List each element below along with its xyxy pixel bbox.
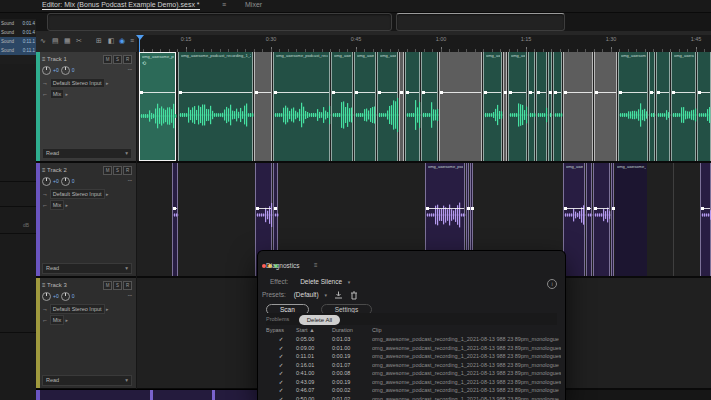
volume-envelope[interactable] (672, 92, 695, 93)
record-arm-button[interactable]: R (123, 281, 132, 290)
pan-knob[interactable] (61, 66, 70, 75)
audio-clip[interactable]: omg_awesome_podcast_recording_1_2021-08-… (377, 52, 398, 161)
diagnostic-result-row[interactable]: ✓0:46.070:00.02omg_awesome_podcast_recor… (266, 386, 561, 395)
audio-clip[interactable] (593, 163, 610, 276)
volume-envelope[interactable] (650, 92, 654, 93)
audio-clip[interactable] (553, 52, 562, 161)
audio-clip[interactable] (503, 52, 507, 161)
record-enable-icon[interactable]: ◉ (119, 36, 125, 46)
mute-button[interactable]: M (103, 166, 112, 175)
bypass-checkmark-icon[interactable]: ✓ (266, 395, 296, 400)
pan-knob[interactable] (61, 177, 70, 186)
volume-envelope[interactable] (564, 208, 584, 209)
presets-dropdown[interactable]: (Default) (294, 291, 319, 298)
audio-clip[interactable]: omg_awesome_podcast_recording_1_2021-08-… (273, 52, 330, 161)
volume-knob[interactable] (42, 177, 51, 186)
volume-envelope[interactable] (504, 92, 506, 93)
dialog-panel-menu-icon[interactable]: ≡ (314, 262, 318, 268)
column-clip[interactable]: Clip (372, 327, 381, 335)
diagnostic-result-row[interactable]: ✓0:43.090:00.19omg_awesome_podcast_recor… (266, 378, 561, 387)
info-icon[interactable]: i (547, 279, 557, 289)
track-lane-1[interactable]: omg_awesome_podcast_recording_1_2021-08-… (137, 52, 711, 163)
audio-clip[interactable]: omg_awesome_podcast_recording_1_2021-08-… (483, 52, 502, 161)
audio-clip[interactable] (697, 52, 711, 161)
more-options-icon[interactable]: ••• (128, 176, 132, 186)
volume-envelope[interactable] (619, 92, 647, 93)
automation-mode-selector[interactable]: Read▾ (42, 148, 132, 159)
volume-envelope[interactable] (594, 208, 609, 209)
volume-envelope[interactable] (564, 92, 592, 93)
playhead[interactable] (139, 35, 140, 52)
slip-tool-icon[interactable]: ◧ (108, 36, 115, 46)
track-header-1[interactable]: ≡ Track 1MSR+00•••→ Default Stereo Input… (36, 52, 136, 163)
volume-envelope[interactable] (549, 92, 551, 93)
volume-envelope[interactable] (698, 92, 710, 93)
multitrack-view-icon[interactable]: ▤ (52, 36, 59, 46)
audio-clip[interactable] (172, 163, 178, 276)
audio-clip[interactable] (649, 52, 655, 161)
volume-envelope[interactable] (400, 92, 403, 93)
record-arm-button[interactable]: R (123, 55, 132, 64)
volume-envelope[interactable] (179, 92, 252, 93)
track-header-3[interactable]: ≡ Track 3MSR+00•••→ Default Stereo Input… (36, 278, 136, 390)
volume-envelope[interactable] (440, 92, 481, 93)
audio-clip[interactable] (421, 52, 438, 161)
volume-envelope[interactable] (471, 208, 472, 209)
volume-envelope[interactable] (256, 208, 271, 209)
audio-clip[interactable] (563, 52, 593, 161)
waveform-view-icon[interactable]: ∿ (40, 36, 46, 46)
audio-clip[interactable]: omg_awesome_podcast_recording_1_2021-08-… (671, 52, 696, 161)
volume-knob[interactable] (42, 292, 51, 301)
audio-clip[interactable] (700, 163, 711, 276)
volume-envelope[interactable] (529, 92, 534, 93)
bypass-checkmark-icon[interactable]: ✓ (266, 335, 296, 344)
audio-clip[interactable]: omg_awesome_podcast_recording_1_2021-08-… (563, 163, 585, 276)
audio-clip[interactable]: omg_awesome_podcast_recording_1_2021-08-… (354, 52, 376, 161)
audio-clip[interactable]: omg_awesome_podcast_recording_1_2021-08-… (618, 52, 648, 161)
volume-envelope[interactable] (587, 208, 591, 209)
bypass-checkmark-icon[interactable]: ✓ (266, 361, 296, 370)
bypass-checkmark-icon[interactable]: ✓ (266, 352, 296, 361)
track-header-2[interactable]: ≡ Track 2MSR+00•••→ Default Stereo Input… (36, 163, 136, 278)
output-selector[interactable]: Mix (50, 89, 65, 99)
file-list-item[interactable]: Sound0:11.1 (0, 37, 36, 46)
volume-envelope[interactable] (255, 92, 271, 93)
column-duration[interactable]: Duration (332, 327, 372, 335)
timeline-ruler[interactable]: 0:150:300:451:001:151:301:45 (137, 35, 711, 52)
file-list-item[interactable]: Sound0:01.4 (0, 19, 36, 28)
effect-dropdown[interactable]: Delete Silence (300, 278, 342, 285)
volume-envelope[interactable] (612, 208, 613, 209)
volume-envelope[interactable] (274, 92, 329, 93)
solo-button[interactable]: S (113, 55, 122, 64)
volume-envelope[interactable] (173, 208, 177, 209)
delete-all-button[interactable]: Delete All (299, 315, 340, 325)
output-selector[interactable]: Mix (50, 200, 65, 210)
column-bypass[interactable]: Bypass (266, 327, 296, 335)
audio-clip[interactable] (594, 52, 617, 161)
delete-preset-icon[interactable] (350, 291, 358, 300)
diagnostic-result-row[interactable]: ✓0:50.000:01.02omg_awesome_podcast_recor… (266, 395, 561, 400)
diagnostic-result-row[interactable]: ✓0:41.000:00.08omg_awesome_podcast_recor… (266, 369, 561, 378)
input-selector[interactable]: Default Stereo Input (50, 304, 105, 314)
volume-envelope[interactable] (509, 92, 526, 93)
audio-clip[interactable]: omg_awesome_podcast_recording_1_2021-08-… (331, 52, 353, 161)
volume-envelope[interactable] (332, 92, 352, 93)
volume-envelope[interactable] (426, 208, 464, 209)
volume-envelope[interactable] (355, 92, 375, 93)
results-header[interactable]: Bypass Start ▲ Duration Clip (266, 327, 561, 335)
bypass-checkmark-icon[interactable]: ✓ (266, 378, 296, 387)
audio-clip[interactable] (586, 163, 592, 276)
save-preset-icon[interactable] (334, 291, 343, 300)
volume-envelope[interactable] (595, 92, 616, 93)
mixer-tab[interactable]: Mixer (245, 1, 262, 8)
solo-button[interactable]: S (113, 281, 122, 290)
editor-tab[interactable]: Editor: Mix (Bonus Podcast Example Demo)… (42, 1, 200, 10)
audio-clip[interactable] (536, 52, 547, 161)
automation-mode-selector[interactable]: Read▾ (42, 375, 132, 386)
audio-clip[interactable] (611, 163, 614, 276)
volume-envelope[interactable] (537, 92, 546, 93)
diagnostic-result-row[interactable]: ✓0:05.000:01.03omg_awesome_podcast_recor… (266, 335, 561, 344)
audio-clip[interactable] (254, 52, 272, 161)
marker-menu-icon[interactable]: ≡ (130, 36, 134, 46)
volume-envelope[interactable] (657, 92, 669, 93)
